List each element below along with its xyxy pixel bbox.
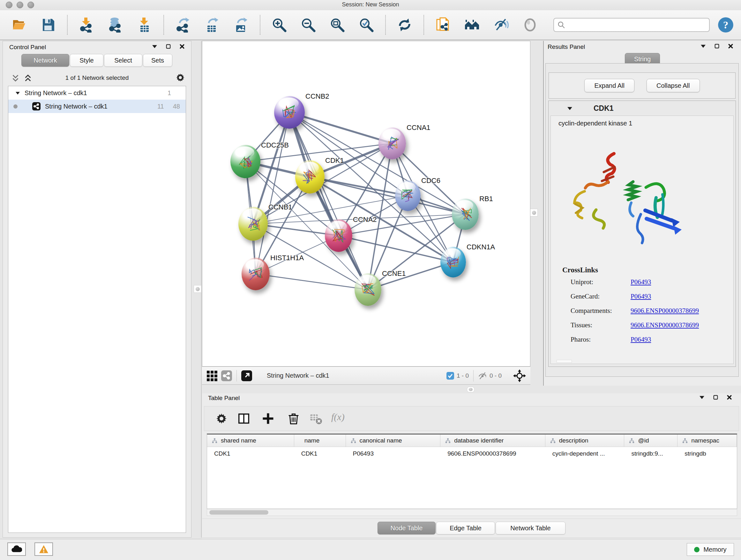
help-icon[interactable]: ? [718, 17, 734, 33]
node-ccne1[interactable] [354, 273, 381, 306]
close-panel-icon[interactable] [728, 44, 733, 49]
column-header--id[interactable]: @id [624, 435, 677, 447]
tab-select[interactable]: Select [104, 54, 142, 67]
selected-checkbox-icon[interactable] [447, 372, 454, 380]
table-gear-icon[interactable] [215, 412, 228, 425]
delete-column-icon[interactable] [287, 412, 300, 425]
zoom-fit-icon[interactable] [330, 17, 345, 33]
tab-network-table[interactable]: Network Table [495, 522, 565, 535]
add-column-icon[interactable] [262, 412, 274, 425]
table-horizontal-scrollbar[interactable] [207, 509, 737, 516]
import-network-file-icon[interactable] [79, 17, 94, 33]
node-ccna1[interactable] [379, 127, 406, 159]
node-cdk1[interactable] [295, 160, 325, 193]
column-header-description[interactable]: description [545, 435, 624, 447]
zoom-selected-icon[interactable] [359, 17, 374, 33]
hide-graphics-details-icon[interactable] [493, 17, 509, 33]
node-cdc25b[interactable] [230, 145, 260, 178]
left-splitter-handle[interactable] [194, 285, 201, 293]
search-box[interactable] [553, 18, 710, 32]
float-panel-icon[interactable] [714, 44, 720, 49]
node-cdkn1a[interactable] [441, 247, 466, 277]
column-header-name[interactable]: name [294, 435, 346, 447]
crosslink-value[interactable]: P06493 [630, 293, 651, 300]
network-collection-row[interactable]: String Network – cdk1 1 [8, 86, 186, 100]
expand-all-button[interactable]: Expand All [584, 79, 634, 92]
node-hist1h1a[interactable] [242, 258, 270, 290]
table-cell[interactable]: cyclin-dependent ... [545, 447, 624, 460]
network-row[interactable]: String Network – cdk1 11 48 [8, 100, 186, 113]
open-external-icon[interactable] [241, 370, 252, 381]
import-network-database-icon[interactable] [108, 17, 123, 33]
table-cell[interactable]: stringdb [677, 447, 737, 460]
tab-network[interactable]: Network [21, 54, 69, 67]
float-panel-icon[interactable] [713, 395, 718, 400]
panel-menu-icon[interactable] [152, 44, 157, 49]
column-header-shared-name[interactable]: shared name [207, 435, 294, 447]
network-share-icon[interactable] [221, 370, 232, 381]
table-cell[interactable]: 9606.ENSP00000378699 [441, 447, 545, 460]
node-ccnb1[interactable] [239, 207, 268, 241]
network-canvas[interactable]: CCNB2CCNA1CDC25BCDK1CDC6RB1CCNB1CCNA2CDK… [202, 41, 530, 367]
table-cell[interactable]: CDK1 [294, 447, 346, 460]
refresh-icon[interactable] [397, 17, 412, 33]
warnings-button[interactable] [35, 543, 53, 556]
cdk1-section-header[interactable]: CDK1 [549, 101, 736, 116]
first-neighbors-icon[interactable] [464, 17, 480, 33]
clone-network-icon[interactable] [435, 17, 451, 33]
tab-sets[interactable]: Sets [143, 54, 172, 67]
table-cell[interactable]: CDK1 [207, 447, 294, 460]
column-header-canonical-name[interactable]: canonical name [346, 435, 441, 447]
memory-button[interactable]: Memory [687, 543, 734, 556]
birds-eye-view-icon[interactable] [206, 370, 217, 381]
tab-style[interactable]: Style [70, 54, 104, 67]
table-cell[interactable]: stringdb:9... [624, 447, 677, 460]
results-content: Expand All Collapse All CDK1 cyclin-depe… [545, 63, 739, 377]
function-builder-icon[interactable]: f(x) [331, 412, 345, 422]
cloud-status-button[interactable] [7, 543, 26, 556]
crosslink-value[interactable]: 9606.ENSP00000378699 [630, 307, 699, 315]
protein-ribbon-thumbnail [279, 102, 300, 123]
show-graphics-details-icon[interactable] [522, 17, 538, 33]
delete-table-icon[interactable] [310, 412, 322, 425]
panel-menu-icon[interactable] [700, 44, 706, 49]
tab-edge-table[interactable]: Edge Table [436, 522, 495, 535]
close-panel-icon[interactable] [179, 44, 185, 49]
column-header-namespac[interactable]: namespac [677, 435, 737, 447]
save-session-icon[interactable] [41, 17, 56, 33]
right-splitter-handle[interactable] [530, 209, 538, 216]
export-table-icon[interactable] [204, 17, 219, 33]
zoom-in-icon[interactable] [272, 17, 287, 33]
export-network-icon[interactable] [175, 17, 191, 33]
crosslink-label: Tissues: [570, 321, 592, 329]
show-columns-icon[interactable] [238, 412, 250, 425]
crosslink-value[interactable]: P06493 [630, 335, 651, 344]
collection-count: 1 [167, 89, 171, 97]
panel-menu-icon[interactable] [699, 395, 704, 400]
protein-ribbon-thumbnail [329, 225, 348, 246]
network-label: String Network – cdk1 [45, 103, 108, 110]
column-header-database-identifier[interactable]: database identifier [441, 435, 545, 447]
zoom-out-icon[interactable] [300, 17, 316, 33]
node-ccna2[interactable] [325, 219, 352, 252]
bottom-splitter-handle[interactable] [467, 387, 475, 392]
export-image-icon[interactable] [233, 17, 249, 33]
search-input[interactable] [567, 21, 706, 29]
import-table-icon[interactable] [137, 17, 152, 33]
results-scrollbar-thumb[interactable] [556, 360, 572, 363]
node-ccnb2[interactable] [274, 96, 305, 129]
crosshair-icon[interactable] [513, 369, 526, 382]
node-cdc6[interactable] [395, 180, 421, 211]
crosslink-value[interactable]: P06493 [630, 278, 651, 286]
crosslink-value[interactable]: 9606.ENSP00000378699 [630, 321, 699, 329]
open-session-icon[interactable] [11, 17, 27, 33]
gear-icon[interactable] [175, 72, 185, 83]
tab-node-table[interactable]: Node Table [378, 522, 435, 535]
close-panel-icon[interactable] [727, 395, 732, 400]
node-rb1[interactable] [452, 199, 479, 230]
collapse-all-button[interactable]: Collapse All [647, 79, 700, 92]
scrollbar-thumb[interactable] [209, 510, 268, 515]
table-cell[interactable]: P06493 [346, 447, 441, 460]
float-panel-icon[interactable] [165, 44, 171, 49]
hidden-eye-icon[interactable] [478, 371, 487, 380]
